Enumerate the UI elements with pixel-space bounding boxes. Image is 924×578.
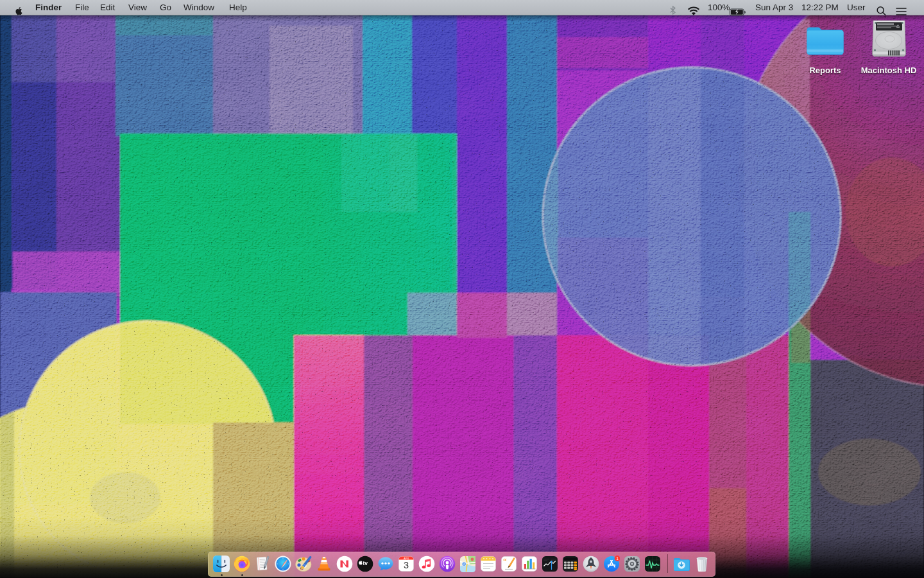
- svg-text:tv: tv: [363, 559, 368, 566]
- svg-text:APR: APR: [404, 556, 409, 559]
- svg-text:“: “: [503, 557, 507, 565]
- svg-text:1: 1: [616, 556, 619, 560]
- svg-text:3: 3: [404, 560, 409, 570]
